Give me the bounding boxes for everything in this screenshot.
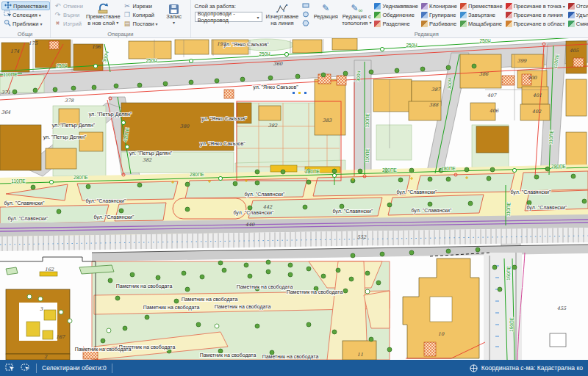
working-layer-select[interactable]: Водопроводи - Водопровод ▾ (195, 12, 262, 22)
parcel-number: 378 (65, 98, 74, 104)
intersect-area-icon (506, 21, 512, 27)
unify-button[interactable]: Уеднаквяване (373, 1, 420, 10)
move-to-new-layer-button[interactable]: Преместване в нов слой▾ (85, 1, 122, 26)
intersect-line-button[interactable]: Пресичане в линия (504, 10, 567, 19)
status-bar: Селектирани обекти:0 Координатна с-ма: К… (0, 360, 588, 376)
draw-rectangle-button[interactable] (300, 1, 311, 10)
pipe-label: 250Ч (146, 58, 157, 63)
paste-button[interactable]: ▤ Постави ▾ (122, 19, 159, 28)
move-objects-button[interactable]: Преместване (459, 1, 504, 10)
save-button[interactable]: Запис ▾ (159, 1, 189, 26)
parcel-number: 401 (533, 93, 542, 98)
edit-pencil-icon: ✎ (322, 1, 329, 14)
street-label: ул. "Петър Делян" (89, 112, 132, 118)
explode-button[interactable]: Разбиване (420, 19, 459, 28)
group-icon (421, 12, 428, 18)
parcel-number: 162 (45, 267, 54, 272)
group-label-edit: Редакция (191, 31, 588, 37)
intersect-line-icon (506, 12, 512, 18)
scale-icon (460, 21, 467, 27)
group-label: Групиране (429, 12, 456, 18)
trim-icon (568, 3, 575, 10)
rectangle-shape-icon (301, 2, 309, 10)
undo-button[interactable]: ↶ Отмени (52, 1, 85, 10)
cut-button[interactable]: ✂ Изрежи (122, 1, 159, 10)
park-label: Паметник на свободата (182, 297, 238, 303)
intersect-area-button[interactable]: Пресичане в област (504, 19, 567, 28)
divide-label: Разделяне (382, 21, 409, 27)
park-label: Паметник на свободата (75, 347, 132, 352)
parcel-number: 440 (245, 222, 255, 228)
parcel-number: 175 (29, 40, 38, 46)
intersect-point-button[interactable]: Пресичане в точка▾ (504, 1, 567, 10)
park-label: Паметник на свободата (262, 354, 319, 360)
undo-icon: ↶ (54, 2, 62, 10)
parcel-number: 371 (1, 90, 10, 95)
parcel-number: 387 (431, 87, 441, 93)
union-button[interactable]: Обединение (373, 10, 420, 19)
reverse-direction-button[interactable]: Смяна посоката (567, 19, 588, 28)
parcel-number: 399 (517, 58, 527, 64)
edit-button[interactable]: ✎ Редакция (311, 1, 340, 21)
move-tool-label: Преместване (13, 3, 48, 10)
pipe-label: 280ПЕ (74, 175, 89, 180)
street-label: бул. "Славянски" (94, 214, 135, 220)
parcel-number: 174 (10, 48, 20, 54)
parcel-number: 11 (357, 352, 363, 358)
parcel-number: 442 (263, 204, 273, 210)
edit-label: Редакция (314, 14, 338, 21)
pipe-label: 110ПЕ (365, 112, 370, 127)
pipe-label: 110ПЕ (506, 201, 512, 216)
move-tool-button[interactable]: Преместване (1, 1, 50, 10)
group-label-common: Общи (0, 31, 50, 37)
street-label: ул. "Янко Сакъзов" (223, 42, 269, 48)
zoom-tool-button[interactable]: Приближи ▾ (1, 19, 50, 28)
map-canvas[interactable]: ул. "Петър Делян" ул. "Петър Делян" ул. … (0, 38, 588, 360)
scale-button[interactable]: Мащабиране (459, 19, 504, 28)
street-label: ул. "Янко Сакъзов" (200, 141, 245, 147)
rotate-button[interactable]: Завъртане (459, 10, 504, 19)
intersect-area-label: Пресичане в област (514, 21, 565, 27)
trim-button[interactable]: Отсичане (567, 1, 588, 10)
unify-icon (374, 3, 381, 10)
circle-shape-icon (301, 11, 309, 19)
parcel-number: 360 (273, 61, 283, 67)
draw-line-icon (276, 1, 288, 14)
street-label: бул. "Славянски" (86, 198, 126, 204)
lasso-mode-icon[interactable] (21, 364, 31, 372)
map-svg[interactable]: ул. "Петър Делян" ул. "Петър Делян" ул. … (0, 38, 588, 360)
selected-objects-count: Селектирани обекти:0 (42, 364, 107, 372)
redo-button[interactable]: ↷ Върни (52, 10, 85, 19)
extend-button[interactable]: Удължаване (567, 10, 588, 19)
draw-circle-button[interactable] (300, 10, 311, 19)
select-mode-icon[interactable] (5, 364, 15, 372)
pipe-label: 250Ч (406, 43, 417, 48)
intersect-point-icon (506, 3, 512, 10)
draw-line-label-2: на линия (270, 21, 293, 27)
ribbon-group-common: Преместване Селекция ▾ Приближи ▾ Общи (0, 0, 51, 37)
parcel-number: 386 (479, 71, 489, 77)
clone-button[interactable]: Клониране (420, 1, 459, 10)
draw-polygon-button[interactable] (300, 19, 311, 28)
divide-button[interactable]: Разделяне (373, 19, 420, 28)
parcel-number: 405 (570, 48, 579, 54)
park-label: Паметник на свободата (287, 289, 343, 295)
selection-tool-button[interactable]: Селекция ▾ (1, 10, 50, 19)
coordinate-system-icon (470, 364, 478, 372)
clone-icon (421, 3, 428, 10)
move-objects-label: Преместване (468, 3, 503, 10)
parcel-number: 388 (429, 102, 439, 108)
group-button[interactable]: Групиране (420, 10, 459, 19)
delete-label: Изтрий (63, 21, 82, 27)
parcel-number: 407 (487, 93, 497, 98)
parcel-number: 364 (1, 109, 11, 115)
ribbon-group-edit: Слой за работа: Водопроводи - Водопровод… (191, 0, 588, 37)
copy-button[interactable]: ❐ Копирай (122, 10, 159, 19)
street-label: ул. "Петър Делян" (43, 134, 87, 140)
edit-topology-button[interactable]: ✎∞ Редакция с топология▾ (340, 1, 373, 26)
street-label: бул. "Славянски" (4, 200, 45, 206)
delete-button[interactable]: ✖ Изтрий (52, 19, 85, 28)
move-objects-icon (460, 3, 467, 10)
draw-line-button[interactable]: Изчертаване на линия (265, 1, 301, 26)
pipe-label: 280ПЕ (305, 169, 320, 174)
